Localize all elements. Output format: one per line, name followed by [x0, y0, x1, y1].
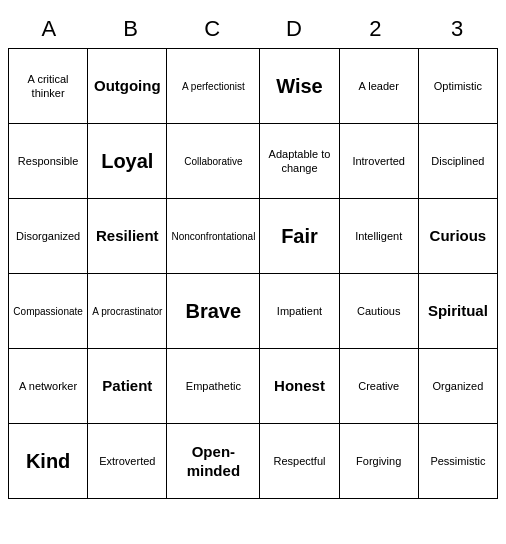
cell-r0-c3: Wise — [260, 49, 339, 124]
cell-text-r2-c2: Nonconfrontational — [171, 230, 255, 243]
header-col-C: C — [171, 10, 253, 48]
cell-text-r1-c0: Responsible — [18, 154, 79, 168]
bingo-grid: A critical thinkerOutgoingA perfectionis… — [8, 48, 498, 499]
cell-text-r5-c5: Pessimistic — [430, 454, 485, 468]
cell-text-r2-c0: Disorganized — [16, 229, 80, 243]
cell-r2-c1: Resilient — [88, 199, 167, 274]
cell-text-r5-c1: Extroverted — [99, 454, 155, 468]
header-col-A: A — [8, 10, 90, 48]
cell-r4-c0: A networker — [9, 349, 88, 424]
cell-text-r3-c4: Cautious — [357, 304, 400, 318]
bingo-card: ABCD23 A critical thinkerOutgoingA perfe… — [8, 10, 498, 499]
cell-r2-c5: Curious — [419, 199, 498, 274]
header-col-2: 2 — [335, 10, 417, 48]
cell-r1-c5: Disciplined — [419, 124, 498, 199]
cell-r3-c3: Impatient — [260, 274, 339, 349]
cell-r4-c4: Creative — [340, 349, 419, 424]
cell-r1-c3: Adaptable to change — [260, 124, 339, 199]
cell-text-r5-c4: Forgiving — [356, 454, 401, 468]
cell-text-r0-c2: A perfectionist — [182, 80, 245, 93]
cell-text-r4-c2: Empathetic — [186, 379, 241, 393]
header-row: ABCD23 — [8, 10, 498, 48]
cell-text-r3-c0: Compassionate — [13, 305, 82, 318]
cell-r2-c3: Fair — [260, 199, 339, 274]
cell-r4-c3: Honest — [260, 349, 339, 424]
cell-text-r3-c5: Spiritual — [428, 301, 488, 321]
header-col-D: D — [253, 10, 335, 48]
cell-r5-c2: Open-minded — [167, 424, 260, 499]
cell-r2-c2: Nonconfrontational — [167, 199, 260, 274]
cell-r4-c2: Empathetic — [167, 349, 260, 424]
cell-text-r1-c5: Disciplined — [431, 154, 484, 168]
cell-text-r0-c0: A critical thinker — [13, 72, 83, 101]
cell-r1-c0: Responsible — [9, 124, 88, 199]
cell-text-r1-c4: Introverted — [352, 154, 405, 168]
cell-r3-c4: Cautious — [340, 274, 419, 349]
cell-r2-c4: Intelligent — [340, 199, 419, 274]
cell-text-r3-c3: Impatient — [277, 304, 322, 318]
cell-text-r4-c3: Honest — [274, 376, 325, 396]
cell-text-r3-c2: Brave — [186, 298, 242, 324]
cell-text-r5-c0: Kind — [26, 448, 70, 474]
cell-text-r4-c4: Creative — [358, 379, 399, 393]
cell-r3-c0: Compassionate — [9, 274, 88, 349]
cell-r3-c2: Brave — [167, 274, 260, 349]
cell-r5-c1: Extroverted — [88, 424, 167, 499]
cell-text-r0-c3: Wise — [276, 73, 323, 99]
cell-text-r4-c0: A networker — [19, 379, 77, 393]
cell-r2-c0: Disorganized — [9, 199, 88, 274]
cell-r0-c1: Outgoing — [88, 49, 167, 124]
cell-text-r5-c3: Respectful — [273, 454, 325, 468]
cell-text-r1-c1: Loyal — [101, 148, 153, 174]
cell-text-r2-c4: Intelligent — [355, 229, 402, 243]
cell-text-r2-c5: Curious — [430, 226, 487, 246]
cell-r3-c1: A procrastinator — [88, 274, 167, 349]
cell-r5-c0: Kind — [9, 424, 88, 499]
cell-text-r3-c1: A procrastinator — [92, 305, 162, 318]
cell-text-r4-c1: Patient — [102, 376, 152, 396]
cell-r5-c4: Forgiving — [340, 424, 419, 499]
cell-text-r4-c5: Organized — [433, 379, 484, 393]
cell-r4-c1: Patient — [88, 349, 167, 424]
cell-r0-c0: A critical thinker — [9, 49, 88, 124]
cell-r1-c4: Introverted — [340, 124, 419, 199]
cell-text-r2-c3: Fair — [281, 223, 318, 249]
cell-text-r1-c3: Adaptable to change — [264, 147, 334, 176]
cell-text-r0-c5: Optimistic — [434, 79, 482, 93]
cell-r1-c2: Collaborative — [167, 124, 260, 199]
cell-text-r1-c2: Collaborative — [184, 155, 242, 168]
cell-text-r0-c4: A leader — [358, 79, 398, 93]
cell-r1-c1: Loyal — [88, 124, 167, 199]
cell-r0-c4: A leader — [340, 49, 419, 124]
cell-r5-c5: Pessimistic — [419, 424, 498, 499]
cell-r0-c5: Optimistic — [419, 49, 498, 124]
cell-text-r5-c2: Open-minded — [171, 442, 255, 481]
cell-r4-c5: Organized — [419, 349, 498, 424]
header-col-3: 3 — [416, 10, 498, 48]
cell-text-r0-c1: Outgoing — [94, 76, 161, 96]
cell-r3-c5: Spiritual — [419, 274, 498, 349]
cell-r0-c2: A perfectionist — [167, 49, 260, 124]
cell-r5-c3: Respectful — [260, 424, 339, 499]
cell-text-r2-c1: Resilient — [96, 226, 159, 246]
header-col-B: B — [90, 10, 172, 48]
